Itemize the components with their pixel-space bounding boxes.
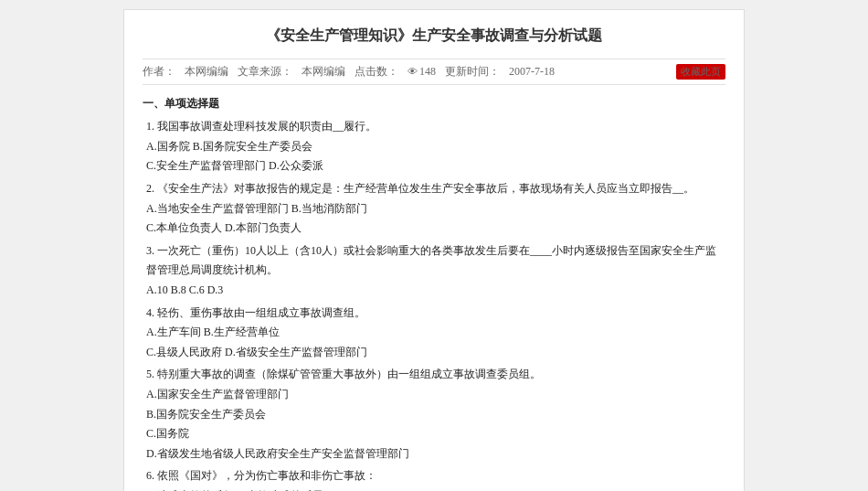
q3-options: A.10 B.8 C.6 D.3 — [146, 283, 223, 296]
question-6: 6. 依照《国对》，分为伤亡事故和非伤亡事故： A.造成事故的后行 B.事故造成… — [143, 466, 725, 491]
q5-num: 5. — [146, 368, 154, 380]
views-label: 点击数： — [355, 64, 398, 80]
q6-text: 依照《国对》，分为伤亡事故和非伤亡事故： — [157, 469, 376, 482]
bookmark-badge[interactable]: 收藏此页 — [676, 64, 725, 80]
updated-value: 2007-7-18 — [509, 65, 555, 79]
question-2: 2. 《安全生产法》对事故报告的规定是：生产经营单位发生生产安全事故后，事故现场… — [143, 179, 725, 239]
content-area: 《安全生产管理知识》生产安全事故调查与分析试题 作者： 本网编编 文章来源： 本… — [123, 9, 745, 491]
q4-text: 轻伤、重伤事故由一组组成立事故调查组。 — [157, 306, 365, 319]
q1-num: 1. — [146, 120, 154, 133]
views-count: 👁 148 — [408, 65, 436, 79]
q6-num: 6. — [146, 469, 154, 482]
page-wrapper: 《安全生产管理知识》生产安全事故调查与分析试题 作者： 本网编编 文章来源： 本… — [0, 0, 868, 491]
q3-text: 一次死亡（重伤）10人以上（含10人）或社会影响重大的各类事故发生后要在____… — [146, 244, 716, 277]
author-label: 作者： — [143, 64, 175, 80]
page-title: 《安全生产管理知识》生产安全事故调查与分析试题 — [143, 24, 725, 48]
q1-options: A.国务院 B.国务院安全生产委员会C.安全生产监督管理部门 D.公众委派 — [146, 140, 323, 173]
updated-label: 更新时间： — [445, 64, 500, 80]
views-icon: 👁 — [408, 66, 418, 77]
q2-num: 2. — [146, 182, 154, 195]
q5-options: A.国家安全生产监督管理部门B.国务院安全生产委员会C.国务院D.省级发生地省级… — [146, 388, 409, 460]
q2-text: 《安全生产法》对事故报告的规定是：生产经营单位发生生产安全事故后，事故现场有关人… — [157, 182, 694, 195]
question-4: 4. 轻伤、重伤事故由一组组成立事故调查组。 A.生产车间 B.生产经营单位C.… — [143, 304, 725, 363]
q1-text: 我国事故调查处理科技发展的职责由__履行。 — [157, 120, 376, 133]
q4-options: A.生产车间 B.生产经营单位C.县级人民政府 D.省级安全生产监督管理部门 — [146, 326, 367, 358]
question-3: 3. 一次死亡（重伤）10人以上（含10人）或社会影响重大的各类事故发生后要在_… — [143, 241, 725, 301]
question-5: 5. 特别重大事故的调查（除煤矿管管重大事故外）由一组组成立事故调查委员组。 A… — [143, 365, 725, 464]
question-1: 1. 我国事故调查处理科技发展的职责由__履行。 A.国务院 B.国务院安全生产… — [143, 117, 725, 176]
views-number: 148 — [419, 65, 436, 79]
source-label: 文章来源： — [238, 64, 292, 80]
source-value: 本网编编 — [302, 64, 345, 80]
q2-options: A.当地安全生产监督管理部门 B.当地消防部门C.本单位负责人 D.本部门负责人 — [146, 202, 367, 235]
meta-bar: 作者： 本网编编 文章来源： 本网编编 点击数： 👁 148 更新时间： 200… — [143, 59, 725, 85]
q4-num: 4. — [146, 306, 154, 319]
section1-title: 一、单项选择题 — [143, 94, 725, 114]
q3-num: 3. — [146, 244, 154, 257]
article-body: 一、单项选择题 1. 我国事故调查处理科技发展的职责由__履行。 A.国务院 B… — [143, 94, 725, 491]
author-value: 本网编编 — [185, 64, 228, 80]
q5-text: 特别重大事故的调查（除煤矿管管重大事故外）由一组组成立事故调查委员组。 — [157, 368, 541, 380]
